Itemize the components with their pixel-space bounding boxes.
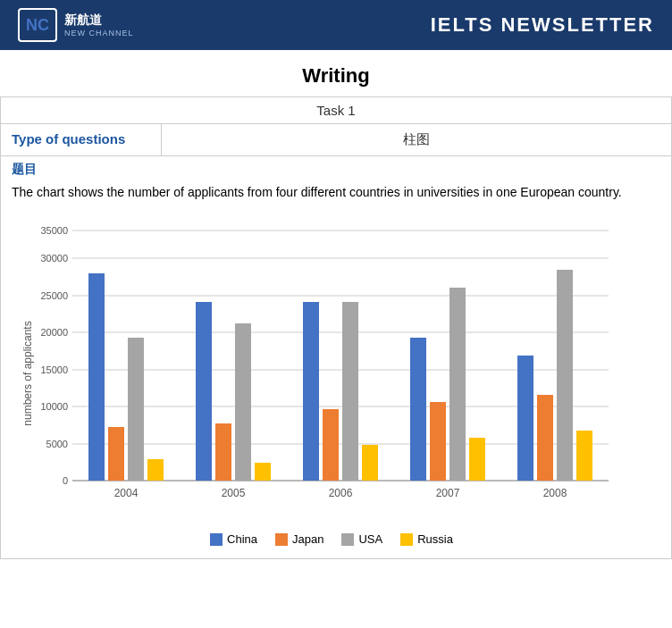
header-title: IELTS NEWSLETTER	[431, 13, 654, 37]
bar-2005-japan	[215, 423, 231, 481]
svg-text:2008: 2008	[543, 487, 567, 499]
bar-2006-china	[303, 302, 319, 481]
logo-cn: 新航道	[64, 13, 134, 29]
legend-color-usa	[341, 533, 354, 546]
svg-text:2004: 2004	[114, 487, 139, 499]
legend-label-china: China	[227, 532, 257, 546]
svg-text:20000: 20000	[40, 327, 68, 338]
legend-label-japan: Japan	[292, 532, 323, 546]
y-axis-label: numbers of applicants	[21, 321, 34, 425]
type-row: Type of questions 柱图	[0, 124, 672, 156]
task-label: Task 1	[0, 96, 672, 124]
bar-2007-japan	[430, 402, 446, 481]
type-value: 柱图	[162, 124, 671, 155]
bar-chart: numbers of applicants 0 5000 10000 15000…	[19, 222, 644, 525]
bar-2007-china	[410, 338, 426, 481]
description-text: The chart shows the number of applicants…	[0, 180, 672, 213]
logo-box: NC	[18, 8, 57, 42]
logo-en: NEW CHANNEL	[64, 29, 134, 38]
legend-label-usa: USA	[358, 532, 382, 546]
chart-legend: China Japan USA Russia	[1, 525, 662, 549]
svg-text:10000: 10000	[40, 401, 68, 412]
svg-text:25000: 25000	[40, 290, 68, 301]
svg-text:5000: 5000	[46, 439, 68, 449]
bar-2005-russia	[255, 463, 271, 481]
bar-2006-usa	[342, 302, 358, 481]
legend-russia: Russia	[400, 532, 453, 546]
question-label: 题目	[0, 156, 672, 180]
bar-2007-usa	[449, 288, 466, 481]
bar-2008-usa	[557, 270, 573, 481]
chart-container: numbers of applicants 0 5000 10000 15000…	[0, 213, 672, 559]
bar-2004-russia	[147, 459, 164, 481]
bar-2005-usa	[235, 323, 251, 481]
bar-2004-japan	[108, 427, 124, 481]
svg-text:2007: 2007	[436, 487, 460, 499]
svg-text:2006: 2006	[329, 487, 353, 499]
logo-area: NC 新航道 NEW CHANNEL	[18, 8, 134, 42]
svg-text:0: 0	[63, 475, 68, 486]
bar-2008-russia	[576, 431, 592, 481]
bar-2008-china	[517, 356, 533, 481]
bar-2004-usa	[128, 338, 144, 481]
main-content: Writing Task 1 Type of questions 柱图 题目 T…	[0, 50, 672, 559]
svg-text:35000: 35000	[40, 225, 68, 236]
svg-text:2005: 2005	[222, 487, 246, 499]
legend-color-japan	[275, 533, 288, 546]
legend-china: China	[210, 532, 257, 546]
bar-2004-china	[88, 273, 105, 481]
bar-2006-russia	[362, 445, 378, 481]
svg-text:30000: 30000	[40, 253, 68, 264]
legend-label-russia: Russia	[417, 532, 453, 546]
legend-japan: Japan	[275, 532, 323, 546]
bar-2006-japan	[323, 409, 339, 481]
legend-usa: USA	[341, 532, 382, 546]
legend-color-russia	[400, 533, 413, 546]
header: NC 新航道 NEW CHANNEL IELTS NEWSLETTER	[0, 0, 672, 50]
page-title: Writing	[0, 50, 672, 96]
svg-text:15000: 15000	[40, 364, 68, 375]
bar-2005-china	[196, 302, 212, 481]
bar-2008-japan	[537, 395, 553, 481]
bar-2007-russia	[469, 438, 485, 481]
legend-color-china	[210, 533, 223, 546]
type-of-questions-label: Type of questions	[1, 124, 162, 155]
